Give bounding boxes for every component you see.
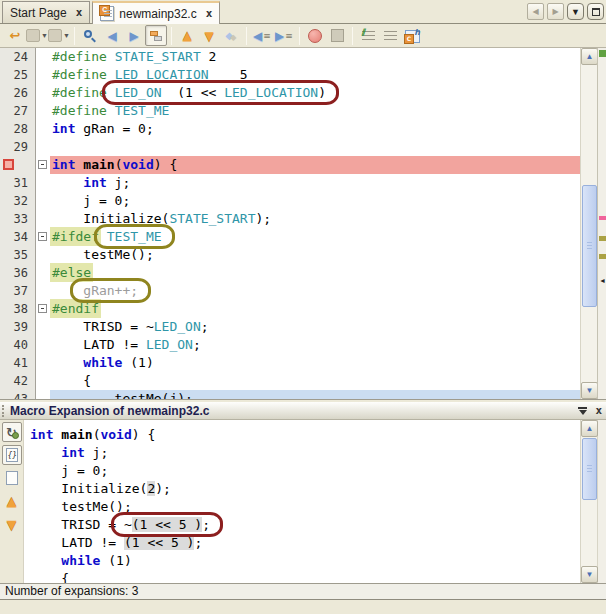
gutter-cell[interactable]: 25 xyxy=(0,66,36,84)
code-text[interactable]: { xyxy=(50,372,580,390)
forward-button[interactable]: ▼ xyxy=(48,25,70,46)
code-text[interactable]: gRan++; xyxy=(50,282,580,300)
code-text[interactable]: #ifdef TEST_ME xyxy=(50,228,580,246)
gutter-cell[interactable]: 34 xyxy=(0,228,36,246)
gutter-cell[interactable]: 28 xyxy=(0,120,36,138)
code-text[interactable]: TRISD = ~LED_ON; xyxy=(50,318,580,336)
scrollbar-thumb[interactable] xyxy=(582,438,597,500)
code-token: ); xyxy=(155,481,171,496)
minimize-panel-icon[interactable] xyxy=(578,407,587,415)
macro-expansion-view-button[interactable]: h xyxy=(401,25,423,46)
gutter-cell[interactable]: 27 xyxy=(0,102,36,120)
editor-scrollbar[interactable]: ▲ ▼ xyxy=(580,48,597,399)
fold-collapse-icon[interactable] xyxy=(38,304,47,313)
gutter-cell[interactable]: 40 xyxy=(0,336,36,354)
gutter-cell[interactable]: 26 xyxy=(0,84,36,102)
code-text[interactable]: #define STATE_START 2 xyxy=(50,48,580,66)
stripe-mark-olive[interactable] xyxy=(599,236,606,241)
expanded-code-line[interactable]: j = 0; xyxy=(30,462,580,480)
stripe-mark-green[interactable] xyxy=(599,50,606,57)
stop-macro-recording-button[interactable] xyxy=(326,25,348,46)
expanded-code-pane[interactable]: int main(void) { int j; j = 0; Initializ… xyxy=(24,420,580,583)
expanded-code-line[interactable]: int main(void) { xyxy=(30,426,580,444)
gutter-cell[interactable]: 43 xyxy=(0,390,36,399)
stripe-mark-pink[interactable] xyxy=(599,216,606,220)
code-text[interactable]: LATD != LED_ON; xyxy=(50,336,580,354)
code-text[interactable]: while (1) xyxy=(50,354,580,372)
code-text[interactable] xyxy=(50,138,580,156)
expanded-code-line[interactable]: LATD != (1 << 5 ); xyxy=(30,534,580,552)
expanded-code-line[interactable]: testMe(); xyxy=(30,498,580,516)
code-text[interactable]: int main(void) { xyxy=(50,156,580,174)
gutter-cell[interactable]: 38 xyxy=(0,300,36,318)
gutter-cell[interactable]: 24 xyxy=(0,48,36,66)
expanded-code-line[interactable]: Initialize(2); xyxy=(30,480,580,498)
find-next-occurrence-button[interactable] xyxy=(123,25,145,46)
scrollbar-thumb[interactable] xyxy=(582,185,597,307)
tab-list-dropdown-button[interactable]: ▼ xyxy=(567,3,584,20)
scroll-tabs-left-button[interactable]: ◀ xyxy=(527,3,544,20)
close-tab-icon[interactable]: x xyxy=(206,7,213,20)
close-panel-icon[interactable]: x xyxy=(595,404,602,417)
shift-line-left-button[interactable] xyxy=(251,25,273,46)
gutter-cell[interactable]: 39 xyxy=(0,318,36,336)
dropdown-arrow-icon[interactable]: ▼ xyxy=(63,32,70,39)
scroll-tabs-right-button[interactable]: ▶ xyxy=(547,3,564,20)
gutter-cell[interactable]: 36 xyxy=(0,264,36,282)
refresh-expansion-button[interactable] xyxy=(2,422,22,442)
panel-scrollbar[interactable]: ▲ ▼ xyxy=(580,420,597,583)
gutter-cell[interactable]: 31 xyxy=(0,174,36,192)
next-bookmark-button[interactable] xyxy=(198,25,220,46)
last-edit-location-button[interactable] xyxy=(4,25,26,46)
fold-collapse-icon[interactable] xyxy=(38,160,47,169)
gutter-cell[interactable]: 42 xyxy=(0,372,36,390)
code-token: (1 << 5 ) xyxy=(124,535,194,550)
tab-start-page[interactable]: Start Page x xyxy=(2,1,90,23)
expanded-code-line[interactable]: int j; xyxy=(30,444,580,462)
close-tab-icon[interactable]: x xyxy=(76,6,83,19)
maximize-window-button[interactable] xyxy=(587,3,604,20)
gutter-cell[interactable]: 33 xyxy=(0,210,36,228)
find-previous-occurrence-button[interactable] xyxy=(101,25,123,46)
fold-collapse-icon[interactable] xyxy=(38,232,47,241)
expanded-code-line[interactable]: TRISD = ~(1 << 5 ); xyxy=(30,516,580,534)
show-code-blocks-button[interactable] xyxy=(2,445,22,465)
start-macro-recording-button[interactable] xyxy=(304,25,326,46)
code-text[interactable]: int j; xyxy=(50,174,580,192)
dropdown-arrow-icon[interactable]: ▼ xyxy=(41,32,48,39)
back-button[interactable]: ▼ xyxy=(26,25,48,46)
gutter-cell[interactable]: 29 xyxy=(0,138,36,156)
gutter-cell[interactable]: 37 xyxy=(0,282,36,300)
code-text[interactable]: j = 0; xyxy=(50,192,580,210)
gutter-cell[interactable]: 41 xyxy=(0,354,36,372)
stripe-mark-arrow[interactable] xyxy=(599,269,606,274)
breakpoint-icon[interactable] xyxy=(3,159,14,170)
previous-bookmark-button[interactable] xyxy=(176,25,198,46)
new-document-button[interactable] xyxy=(2,468,22,488)
toggle-highlight-search-button[interactable] xyxy=(145,25,167,46)
shift-line-right-button[interactable] xyxy=(273,25,295,46)
next-expansion-button[interactable] xyxy=(2,514,22,534)
scroll-down-button[interactable]: ▼ xyxy=(581,566,598,583)
code-text[interactable]: testMe(j); xyxy=(50,390,580,399)
expanded-code-line[interactable]: while (1) xyxy=(30,552,580,570)
drag-grip-icon[interactable] xyxy=(2,405,6,417)
scroll-up-button[interactable]: ▲ xyxy=(581,48,598,65)
scroll-down-button[interactable]: ▼ xyxy=(581,382,598,399)
find-selection-button[interactable] xyxy=(79,25,101,46)
expanded-code-line[interactable]: { xyxy=(30,570,580,583)
source-code-pane[interactable]: 24#define STATE_START 225#define LED_LOC… xyxy=(0,48,580,399)
code-text[interactable]: #define LED_ON (1 << LED_LOCATION) xyxy=(50,84,580,102)
toggle-bookmark-button[interactable] xyxy=(220,25,242,46)
previous-expansion-button[interactable] xyxy=(2,491,22,511)
gutter-cell[interactable]: 32 xyxy=(0,192,36,210)
comment-button[interactable] xyxy=(357,25,379,46)
uncomment-button[interactable] xyxy=(379,25,401,46)
code-token: #define xyxy=(52,49,115,64)
stripe-mark-olive[interactable] xyxy=(599,254,606,259)
gutter-cell[interactable] xyxy=(0,156,36,174)
gutter-cell[interactable]: 35 xyxy=(0,246,36,264)
code-text[interactable]: int gRan = 0; xyxy=(50,120,580,138)
scroll-up-button[interactable]: ▲ xyxy=(581,420,598,437)
tab-newmainp32[interactable]: newmainp32.c x xyxy=(92,1,220,24)
